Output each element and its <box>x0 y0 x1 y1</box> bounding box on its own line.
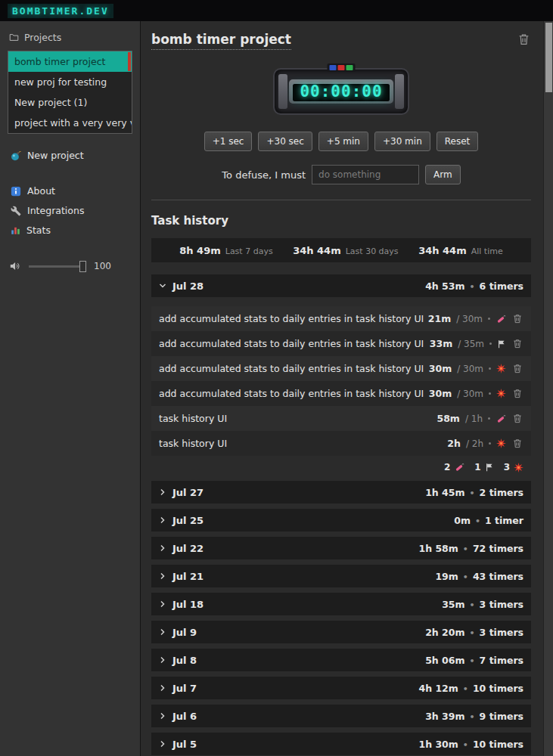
day-date: Jul 8 <box>172 655 197 666</box>
volume-control: 100 <box>8 261 132 271</box>
day-total: 0m <box>454 515 471 526</box>
projects-header-label: Projects <box>24 32 61 43</box>
timer-control-button[interactable]: +5 min <box>318 132 368 151</box>
day-summary: 2 1 3 <box>151 456 531 481</box>
day-date: Jul 22 <box>172 543 203 554</box>
task-row: add accumulated stats to daily entries i… <box>151 306 531 331</box>
sidebar-item-stats[interactable]: Stats <box>8 221 132 240</box>
timer-control-button[interactable]: +30 min <box>374 132 430 151</box>
app-logo: BOMBTIMER.DEV <box>8 4 113 18</box>
task-elapsed-time: 33m <box>430 338 452 349</box>
delete-task-button[interactable] <box>511 339 523 349</box>
delete-task-button[interactable] <box>511 314 523 324</box>
info-icon <box>11 186 21 197</box>
bomb-wires <box>328 64 356 72</box>
chevron-right-icon <box>159 656 166 664</box>
lcd-display: 00:00:00 <box>293 84 389 101</box>
volume-slider-thumb[interactable] <box>79 261 86 272</box>
day-group-header[interactable]: Jul 8 5h 06m 7 timers <box>151 649 531 671</box>
stat-label: All time <box>471 246 503 256</box>
separator-dot <box>470 655 475 666</box>
stat-value: 34h 44m <box>293 245 341 256</box>
day-total: 2h 20m <box>425 627 464 638</box>
stat-value: 8h 49m <box>179 245 220 256</box>
chevron-right-icon <box>159 544 166 552</box>
sidebar-item-label: About <box>27 185 55 197</box>
main-panel: bomb timer project 00:00:00 <box>141 21 543 756</box>
divider <box>151 200 531 200</box>
task-elapsed-time: 30m <box>429 363 452 374</box>
task-name: add accumulated stats to daily entries i… <box>159 388 424 399</box>
folder-icon <box>9 33 19 42</box>
day-group-header-expanded[interactable]: Jul 28 4h 53m 6 timers <box>151 274 531 297</box>
new-project-button[interactable]: New project <box>8 146 132 165</box>
day-date: Jul 18 <box>172 599 203 610</box>
day-group-header[interactable]: Jul 9 2h 20m 3 timers <box>151 621 531 643</box>
separator-dot <box>470 280 475 292</box>
separator-dot <box>463 683 468 694</box>
delete-task-button[interactable] <box>511 438 523 448</box>
task-elapsed-time: 30m <box>429 388 452 399</box>
volume-value: 100 <box>94 261 111 271</box>
speaker-icon[interactable] <box>10 262 21 271</box>
volume-slider[interactable] <box>29 265 86 268</box>
day-group-header[interactable]: Jul 7 4h 12m 10 timers <box>151 677 531 699</box>
delete-task-button[interactable] <box>511 364 523 373</box>
separator-dot <box>488 318 490 320</box>
sidebar-item-about[interactable]: About <box>8 181 132 200</box>
summary-count: 1 <box>474 462 480 472</box>
separator-dot <box>470 627 475 638</box>
delete-project-button[interactable] <box>517 32 531 47</box>
task-row: task history UI 58m 1h <box>151 406 531 431</box>
separator-dot <box>470 599 475 610</box>
task-list: add accumulated stats to daily entries i… <box>151 306 531 456</box>
task-name: task history UI <box>159 413 227 424</box>
stat: 34h 44m All time <box>418 245 503 256</box>
task-total-time: 35m <box>458 339 484 349</box>
project-item[interactable]: new proj for testing <box>8 72 132 92</box>
day-group-header[interactable]: Jul 22 1h 58m 72 timers <box>151 537 531 559</box>
delete-task-button[interactable] <box>511 414 523 423</box>
day-group-header[interactable]: Jul 5 1h 30m 10 timers <box>151 733 531 755</box>
timer-control-button[interactable]: +30 sec <box>258 132 312 151</box>
separator-dot <box>463 571 468 582</box>
arm-button[interactable]: Arm <box>425 165 461 184</box>
day-group-header[interactable]: Jul 6 3h 39m 9 timers <box>151 705 531 727</box>
day-date: Jul 27 <box>172 487 203 498</box>
stat-label: Last 7 days <box>225 246 273 256</box>
summary-chip: 1 <box>474 462 493 472</box>
chevron-right-icon <box>159 628 166 636</box>
flag-icon <box>485 463 494 472</box>
day-total: 1h 45m <box>425 487 464 498</box>
project-item[interactable]: New project (1) <box>8 92 132 113</box>
day-group-header[interactable]: Jul 25 0m 1 timer <box>151 509 531 531</box>
task-history-stats: 8h 49m Last 7 days 34h 44m Last 30 days … <box>151 238 531 262</box>
sidebar-item-integrations[interactable]: Integrations <box>8 201 132 220</box>
day-timer-count: 10 timers <box>473 739 523 750</box>
day-group-header[interactable]: Jul 27 1h 45m 2 timers <box>151 481 531 503</box>
task-name: add accumulated stats to daily entries i… <box>159 363 424 374</box>
defuse-input[interactable] <box>312 165 419 184</box>
bomb-timer-graphic: 00:00:00 <box>151 68 531 115</box>
timer-control-button[interactable]: Reset <box>436 132 479 151</box>
wire-red <box>338 65 345 70</box>
day-timer-count: 7 timers <box>480 655 523 666</box>
task-name: task history UI <box>159 438 227 449</box>
timer-controls: +1 sec +30 sec +5 min +30 min Reset <box>151 132 531 151</box>
day-group-header[interactable]: Jul 21 19m 43 timers <box>151 565 531 587</box>
separator-dot <box>463 543 468 554</box>
timer-display: 00:00:00 <box>300 82 382 101</box>
timer-control-button[interactable]: +1 sec <box>204 132 253 151</box>
project-item[interactable]: bomb timer project <box>8 51 132 72</box>
summary-count: 3 <box>504 462 510 472</box>
page-scrollbar-thumb[interactable] <box>545 23 552 92</box>
day-date: Jul 21 <box>172 571 203 582</box>
page-scrollbar[interactable] <box>543 21 553 756</box>
project-list-scrollbar[interactable] <box>128 52 131 71</box>
day-group-header[interactable]: Jul 18 35m 3 timers <box>151 593 531 615</box>
chevron-right-icon <box>159 712 166 720</box>
project-item[interactable]: project with a very very v... <box>8 113 132 133</box>
topbar: BOMBTIMER.DEV <box>0 0 553 21</box>
task-row: task history UI 2h 2h <box>151 431 531 456</box>
delete-task-button[interactable] <box>511 389 523 398</box>
